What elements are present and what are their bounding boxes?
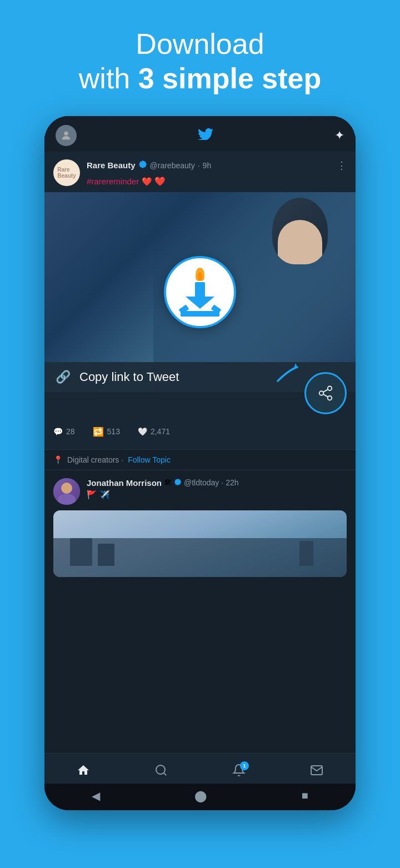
tweet2-image [53, 510, 347, 577]
nav-messages[interactable] [310, 764, 323, 777]
tweet-card-2: Jonathan Morrison 🛠 @tldtoday · 22h 🚩 ✈️ [44, 470, 356, 585]
android-back[interactable]: ◀ [92, 789, 100, 802]
nav-notifications[interactable]: 1 [232, 764, 246, 777]
svg-point-2 [319, 391, 324, 395]
verified-icon [138, 160, 147, 170]
svg-line-8 [164, 772, 166, 775]
tweet1-hashtag: #rarereminder [87, 177, 139, 186]
comment-action[interactable]: 💬 28 [53, 427, 75, 436]
tweet1-dot: · [198, 161, 200, 170]
header-line2-bold: 3 simple step [138, 62, 321, 94]
android-home[interactable]: ⬤ [194, 789, 207, 802]
phone-container: ✦ RareBeauty Rare Beauty @rarebeauty · 9 [44, 116, 356, 810]
user-avatar-small[interactable] [56, 125, 77, 146]
app-ui: ✦ RareBeauty Rare Beauty @rarebeauty · 9 [44, 116, 356, 810]
comment-count: 28 [66, 427, 75, 436]
download-circle [164, 256, 236, 328]
nav-search[interactable] [154, 764, 168, 777]
android-nav-bar: ◀ ⬤ ■ [44, 784, 356, 810]
top-bar: ✦ [44, 116, 356, 152]
arrow-indicator [272, 359, 300, 389]
tweet2-emoji2: ✈️ [99, 490, 110, 499]
comment-icon: 💬 [53, 427, 63, 436]
share-icon [317, 385, 334, 402]
copy-link-text: Copy link to Tweet [79, 370, 179, 384]
svg-line-5 [323, 389, 328, 392]
tweet2-username: Jonathan Morrison [87, 478, 162, 488]
tweet2-dot: · [221, 478, 223, 487]
tweet1-handle: @rarebeauty [150, 161, 195, 170]
tweet1-image-area: 🔗 Copy link to Tweet [44, 192, 356, 392]
copy-link-icon: 🔗 [56, 370, 71, 384]
svg-point-0 [64, 131, 68, 135]
header-line2-prefix: with [79, 62, 138, 94]
svg-point-7 [156, 765, 165, 774]
nav-home[interactable] [77, 764, 90, 777]
tweet-card-1: RareBeauty Rare Beauty @rarebeauty · 9h … [44, 152, 356, 449]
tweet1-content: #rarereminder ❤️ ❤️ [87, 176, 347, 187]
sparkle-icon[interactable]: ✦ [334, 128, 344, 143]
tweet2-verified [174, 478, 182, 488]
tweet2-tool-emoji: 🛠 [164, 478, 172, 487]
download-overlay[interactable] [164, 256, 236, 328]
tweet1-actions: 💬 28 🔁 513 🤍 2,471 [53, 420, 347, 441]
like-count: 2,471 [151, 427, 170, 436]
tweet1-username: Rare Beauty [87, 160, 136, 170]
jonathan-avatar[interactable] [53, 478, 80, 505]
topic-row: 📍 Digital creators · Follow Topic [44, 449, 356, 470]
tweet2-content: 🚩 ✈️ [87, 490, 347, 500]
location-icon: 📍 [53, 455, 63, 464]
svg-line-4 [323, 394, 328, 397]
like-icon: 🤍 [138, 427, 147, 436]
tweet2-handle: @tldtoday [184, 478, 219, 487]
topic-label: Digital creators · [67, 455, 123, 464]
svg-point-3 [328, 396, 332, 400]
tweet2-time: 22h [226, 478, 238, 487]
retweet-action[interactable]: 🔁 513 [93, 427, 120, 437]
svg-point-1 [328, 386, 332, 390]
bottom-nav: 1 ◀ ⬤ ■ [44, 753, 356, 810]
tweet2-emoji1: 🚩 [87, 490, 97, 499]
android-recents[interactable]: ■ [302, 789, 308, 802]
share-button[interactable] [304, 372, 347, 414]
tweet1-heart: ❤️ [142, 177, 152, 186]
twitter-logo [198, 127, 213, 144]
rare-beauty-avatar[interactable]: RareBeauty [53, 159, 80, 186]
header-line1: Download [79, 27, 321, 61]
notification-badge: 1 [240, 761, 249, 770]
follow-topic-button[interactable]: Follow Topic [128, 455, 171, 464]
like-action[interactable]: 🤍 2,471 [138, 427, 170, 436]
header-section: Download with 3 simple step [79, 27, 321, 96]
retweet-icon: 🔁 [93, 427, 104, 437]
retweet-count: 513 [107, 427, 120, 436]
header-line2: with 3 simple step [79, 61, 321, 96]
more-options-icon[interactable]: ⋮ [337, 159, 347, 172]
tweet1-time: 9h [203, 161, 212, 170]
